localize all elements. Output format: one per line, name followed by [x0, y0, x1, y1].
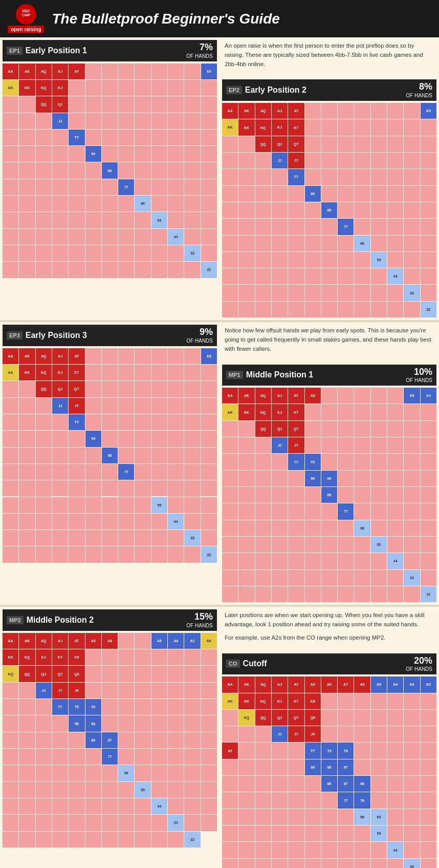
mp2-desc-co: Later positions are when we start openin… — [220, 607, 439, 868]
ep1-header: EP1 Early Position 1 7% OF HANDS — [3, 40, 217, 61]
ep3-desc-mp1: Notice how few offsuit hands we play fro… — [220, 322, 439, 605]
ep2-pct: 8% OF HANDS — [406, 81, 432, 99]
ep1-pct: 7% OF HANDS — [186, 42, 213, 59]
ep2-name: Early Position 2 — [245, 86, 406, 95]
ep1-tag: EP1 — [7, 47, 23, 55]
svg-text:RED: RED — [22, 9, 30, 13]
ep3-section: EP3 Early Position 3 9% OF HANDS AAAKAQA… — [0, 322, 220, 605]
page-header: RED CHIP open raising The Bulletproof Be… — [0, 0, 439, 37]
mp1-header: MP1 Middle Position 1 10% OF HANDS — [222, 365, 436, 386]
logo-badge: open raising — [8, 26, 44, 33]
mp1-section: MP1 Middle Position 1 10% OF HANDS AAAKA… — [220, 362, 439, 605]
co-pct: 20% OF HANDS — [406, 655, 432, 673]
ep2-grid: AAAKAQAJAT A5 AKKKKQKJKT QQQJQT JJJT TT … — [222, 103, 436, 317]
mp1-tag: MP1 — [226, 371, 243, 379]
co-tag: CO — [226, 660, 240, 668]
row2: EP3 Early Position 3 9% OF HANDS AAAKAQA… — [0, 322, 439, 605]
logo-circle: RED CHIP — [16, 4, 36, 25]
row1: EP1 Early Position 1 7% OF HANDS AAAKAQA… — [0, 37, 439, 320]
ep1-section: EP1 Early Position 1 7% OF HANDS AAAKAQA… — [0, 37, 220, 320]
ep3-desc: Notice how few offsuit hands we play fro… — [220, 322, 439, 362]
mp2-grid: AAAKAQAJATA9A8 A5A4A3 AKKKKQKJKTK9 KQQQQ… — [3, 633, 217, 848]
ep3-tag: EP3 — [7, 331, 23, 340]
ep3-grid: AAAKAQAJAT A5 AKKKKQKJKT QQQJQT JJJT TT … — [3, 348, 217, 563]
ep2-section: EP2 Early Position 2 8% OF HANDS AAAKAQA… — [220, 77, 439, 320]
logo: RED CHIP open raising — [8, 4, 44, 33]
mp1-grid: AAAKAQAJATA9 A5A4 AKKKKQKJKT QQQJQT JJJT… — [222, 388, 436, 602]
co-header: CO Cutoff 20% OF HANDS — [222, 653, 436, 675]
ep1-desc-ep2: An open raise is when the first person t… — [220, 37, 439, 320]
ep3-header: EP3 Early Position 3 9% OF HANDS — [3, 325, 217, 346]
mp2-tag: MP2 — [7, 616, 24, 624]
co-section: CO Cutoff 20% OF HANDS AAAKAQAJATA9A8A7A… — [220, 651, 439, 868]
ep3-pct: 9% OF HANDS — [186, 327, 213, 344]
ep1-desc: An open raise is when the first person t… — [220, 37, 439, 77]
mp2-desc: Later positions are when we start openin… — [220, 607, 439, 650]
co-name: Cutoff — [243, 659, 406, 668]
mp2-section: MP2 Middle Position 2 15% OF HANDS AAAKA… — [0, 607, 220, 868]
mp2-header: MP2 Middle Position 2 15% OF HANDS — [3, 609, 217, 631]
ep1-name: Early Position 1 — [26, 46, 187, 55]
co-grid: AAAKAQAJATA9A8A7A6A5A4A3A2 AKKKKQKJKTK9 … — [222, 676, 436, 868]
page-title: The Bulletproof Beginner's Guide — [52, 11, 279, 27]
mp2-name: Middle Position 2 — [27, 616, 187, 625]
mp1-name: Middle Position 1 — [246, 370, 406, 379]
ep1-grid: AAAKAQAJAT A5 AKKKKQKJ QQQJ JJ TT 99 88 … — [3, 63, 217, 278]
row3: MP2 Middle Position 2 15% OF HANDS AAAKA… — [0, 607, 439, 868]
mp2-pct: 15% OF HANDS — [186, 611, 213, 629]
svg-text:CHIP: CHIP — [21, 13, 30, 17]
ep2-header: EP2 Early Position 2 8% OF HANDS — [222, 79, 436, 101]
ep3-name: Early Position 3 — [26, 331, 187, 340]
ep2-tag: EP2 — [226, 86, 242, 94]
mp1-pct: 10% OF HANDS — [406, 367, 432, 384]
